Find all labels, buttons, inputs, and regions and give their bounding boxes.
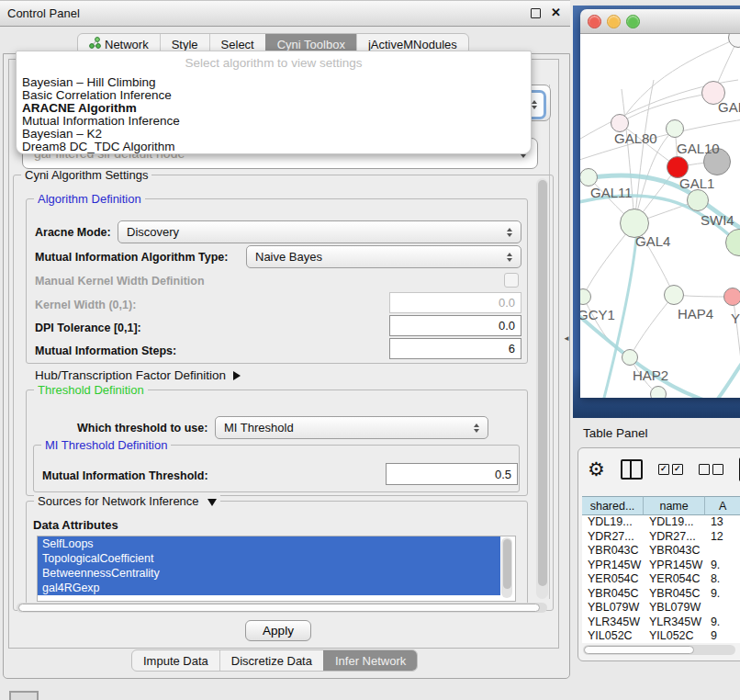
table-toolbar: ⚙ ✓ ✓	[588, 456, 740, 483]
table-row[interactable]: YIL052CYIL052C9	[582, 629, 740, 643]
table-cell: YDR27...	[644, 530, 705, 545]
network-node[interactable]	[666, 119, 684, 138]
table-row[interactable]: YBR045CYBR045C9.	[582, 587, 740, 602]
column-header[interactable]: shared...	[582, 496, 644, 515]
network-node[interactable]	[622, 349, 638, 366]
table-row[interactable]: YLR345WYLR345W9.	[582, 615, 740, 630]
attribute-item[interactable]: gal4RGexp	[38, 581, 500, 595]
table-body: YDL19...YDL19...13YDR27...YDR27...12YBR0…	[582, 515, 740, 643]
dropdown-option[interactable]: Bayesian – Hill Climbing	[22, 76, 525, 89]
mi-steps-input[interactable]: 6	[389, 338, 521, 359]
tab-label: Cyni Toolbox	[277, 38, 345, 51]
sources-title: Sources for Network Inference	[34, 494, 220, 508]
column-header[interactable]: name	[644, 496, 705, 515]
dropdown-option[interactable]: Mutual Information Inference	[22, 115, 525, 128]
dropdown-option[interactable]: Bayesian – K2	[22, 128, 525, 141]
kernel-width-input[interactable]: 0.0	[389, 292, 521, 313]
minimized-panel-icon[interactable]	[9, 691, 39, 700]
close-icon[interactable]: ✕	[551, 6, 561, 19]
mi-threshold-label: Mutual Information Threshold:	[42, 469, 208, 482]
which-threshold-combo[interactable]: MI Threshold	[215, 416, 488, 439]
network-node-label: Y	[731, 310, 740, 326]
scrollbar-thumb[interactable]	[503, 539, 511, 589]
attributes-list-scrollbar[interactable]	[501, 537, 512, 598]
tab-label: Style	[172, 38, 198, 51]
app-root: Control Panel ✕ NetworkStyleSelectCyni T…	[0, 0, 740, 700]
tab-impute-data[interactable]: Impute Data	[132, 650, 219, 671]
mi-threshold-input[interactable]: 0.5	[386, 463, 518, 485]
manual-kernel-label: Manual Kernel Width Definition	[35, 275, 205, 288]
minimize-traffic-icon[interactable]	[607, 15, 621, 28]
table-row[interactable]: YBL079WYBL079W	[582, 601, 740, 615]
sources-title-text: Sources for Network Inference	[38, 494, 199, 508]
network-node[interactable]	[723, 288, 740, 306]
dpi-tolerance-input[interactable]: 0.0	[389, 315, 521, 336]
data-attributes-list[interactable]: SelfLoopsTopologicalCoefficientBetweenne…	[37, 536, 516, 602]
table-cell: YLR345W	[644, 615, 705, 630]
select-all-columns-icon[interactable]: ✓ ✓	[658, 464, 683, 475]
hub-definition-expander[interactable]: Hub/Transcription Factor Definition	[35, 368, 241, 382]
settings-horizontal-scrollbar[interactable]	[17, 603, 547, 613]
table-cell: YBR043C	[644, 544, 705, 559]
algorithm-definition-title: Algorithm Definition	[34, 192, 145, 206]
scrollbar-thumb[interactable]	[18, 604, 540, 612]
table-row[interactable]: YBR043CYBR043C	[582, 544, 740, 559]
panel-splitter-icon[interactable]: ◄	[563, 334, 570, 343]
dropdown-option-list: Bayesian – Hill ClimbingBasic Correlatio…	[22, 76, 525, 153]
network-window-titlebar[interactable]	[580, 9, 740, 34]
deselect-all-columns-icon[interactable]	[699, 464, 723, 475]
close-traffic-icon[interactable]	[588, 15, 601, 28]
attribute-item[interactable]: TopologicalCoefficient	[38, 551, 500, 566]
table-cell: 9.	[705, 587, 740, 602]
kernel-width-value: 0.0	[499, 296, 515, 310]
attribute-item[interactable]: BetweennessCentrality	[38, 566, 500, 581]
zoom-traffic-icon[interactable]	[626, 15, 640, 28]
table-row[interactable]: YDR27...YDR27...12	[582, 530, 740, 545]
dropdown-option[interactable]: Dream8 DC_TDC Algorithm	[22, 141, 525, 153]
mi-threshold-value: 0.5	[495, 468, 511, 481]
column-header[interactable]: A	[705, 496, 740, 515]
dropdown-option[interactable]: ARACNE Algorithm	[22, 102, 525, 115]
network-node[interactable]	[664, 285, 684, 305]
table-cell: 9.	[705, 559, 740, 573]
columns-icon[interactable]	[621, 459, 643, 480]
table-cell: YDL19...	[582, 515, 644, 530]
combo-stepper	[499, 228, 512, 237]
table-horizontal-scrollbar[interactable]	[583, 645, 735, 655]
gear-icon[interactable]: ⚙	[588, 459, 605, 480]
collapse-arrow-icon[interactable]	[207, 499, 217, 506]
apply-button[interactable]: Apply	[245, 620, 311, 641]
table-row[interactable]: YDL19...YDL19...13	[582, 515, 740, 530]
table-panel-title: Table Panel	[583, 426, 648, 440]
stepper-down-icon	[532, 106, 537, 109]
network-node[interactable]	[580, 168, 598, 186]
attribute-item[interactable]: SelfLoops	[38, 536, 500, 551]
mi-type-combo[interactable]: Naive Bayes	[246, 245, 521, 268]
dpi-tolerance-label: DPI Tolerance [0,1]:	[35, 322, 141, 334]
settings-vertical-scrollbar[interactable]	[536, 178, 548, 599]
scrollbar-thumb[interactable]	[584, 646, 694, 654]
expand-arrow-icon	[233, 371, 241, 380]
mi-type-value: Naive Bayes	[255, 250, 322, 264]
manual-kernel-checkbox[interactable]	[504, 273, 519, 288]
float-window-icon[interactable]	[531, 8, 541, 18]
tab-discretize-data[interactable]: Discretize Data	[219, 650, 323, 671]
mi-steps-value: 6	[509, 342, 515, 356]
network-node[interactable]	[650, 386, 667, 398]
stepper-down-icon	[521, 154, 526, 158]
table-cell: 8.	[705, 572, 740, 587]
combo-stepper	[499, 253, 512, 262]
network-node[interactable]	[611, 114, 629, 132]
tab-infer-network[interactable]: Infer Network	[323, 650, 417, 671]
table-row[interactable]: YPR145WYPR145W9.	[582, 559, 740, 573]
hub-definition-label: Hub/Transcription Factor Definition	[35, 368, 226, 382]
network-node-label: GAL80	[614, 130, 657, 146]
scrollbar-thumb[interactable]	[538, 180, 547, 586]
network-canvas[interactable]: GALGAL80GAL10GAL1GAL11SWI4GAL4GCY1HAP4YH…	[580, 34, 740, 398]
table-cell: 9.	[705, 615, 740, 630]
table-row[interactable]: YER054CYER054C8.	[582, 572, 740, 587]
dropdown-option[interactable]: Basic Correlation Inference	[22, 89, 525, 102]
network-node[interactable]	[687, 189, 709, 211]
table-cell: YBR043C	[582, 544, 644, 559]
aracne-mode-combo[interactable]: Discovery	[118, 220, 521, 243]
